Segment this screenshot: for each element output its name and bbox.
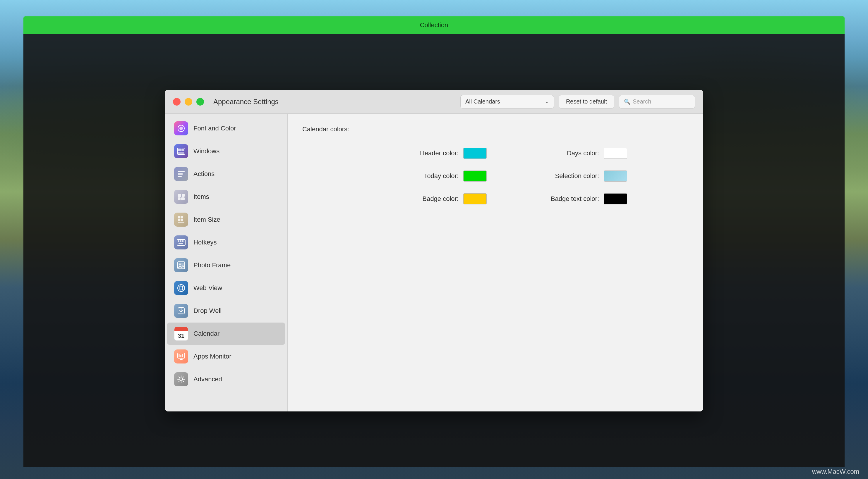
- svg-rect-15: [178, 219, 180, 221]
- svg-rect-11: [178, 197, 181, 200]
- svg-rect-4: [181, 148, 184, 151]
- drop-well-icon: [174, 304, 188, 318]
- svg-rect-12: [181, 197, 185, 200]
- calendar-icon-header: [175, 327, 188, 331]
- sidebar-item-photo-frame[interactable]: Photo Frame: [167, 254, 285, 276]
- header-color-row: Header color:: [364, 148, 487, 159]
- web-view-icon: [174, 281, 188, 295]
- svg-rect-6: [178, 171, 185, 172]
- chevron-down-icon: ⌄: [545, 99, 549, 104]
- svg-rect-18: [180, 222, 184, 223]
- sidebar-label-items: Items: [193, 193, 209, 201]
- close-button[interactable]: [173, 98, 181, 106]
- days-color-row: Days color:: [504, 148, 627, 159]
- window-title: Appearance Settings: [213, 98, 279, 106]
- svg-point-26: [179, 264, 181, 265]
- sidebar-item-web-view[interactable]: Web View: [167, 277, 285, 299]
- selection-color-row: Selection color:: [504, 170, 627, 181]
- header-color-swatch[interactable]: [463, 148, 487, 159]
- dropdown-value: All Calendars: [465, 98, 500, 105]
- sidebar-label-advanced: Advanced: [193, 375, 222, 383]
- badge-text-color-row: Badge text color:: [504, 193, 627, 204]
- sidebar-label-hotkeys: Hotkeys: [193, 239, 217, 246]
- title-bar-right: All Calendars ⌄ Reset to default 🔍 Searc…: [460, 95, 695, 108]
- calendar-icon-body: 31: [175, 331, 188, 340]
- calendar-dropdown[interactable]: All Calendars ⌄: [460, 95, 554, 108]
- photo-frame-icon: [174, 258, 188, 272]
- window-controls: [173, 98, 204, 106]
- sidebar-label-actions: Actions: [193, 170, 215, 178]
- collection-bar: Collection: [23, 16, 845, 34]
- svg-rect-7: [178, 173, 183, 175]
- selection-color-swatch[interactable]: [604, 170, 627, 181]
- sidebar-item-hotkeys[interactable]: Hotkeys: [167, 231, 285, 253]
- svg-rect-21: [180, 240, 181, 242]
- title-bar: Appearance Settings All Calendars ⌄ Rese…: [165, 90, 703, 114]
- sidebar-label-photo-frame: Photo Frame: [193, 262, 230, 269]
- svg-rect-9: [178, 194, 181, 197]
- badge-text-color-swatch[interactable]: [604, 193, 627, 204]
- sidebar-label-item-size: Item Size: [193, 216, 220, 224]
- svg-rect-22: [182, 240, 184, 242]
- header-color-label: Header color:: [420, 149, 459, 157]
- sidebar-item-font-and-color[interactable]: Font and Color: [167, 117, 285, 139]
- sidebar-item-advanced[interactable]: Advanced: [167, 368, 285, 390]
- svg-rect-14: [181, 216, 183, 218]
- badge-color-swatch[interactable]: [463, 193, 487, 204]
- svg-rect-3: [178, 148, 181, 151]
- today-color-row: Today color:: [364, 170, 487, 181]
- sidebar-label-drop-well: Drop Well: [193, 307, 221, 315]
- svg-rect-5: [178, 152, 184, 154]
- badge-color-row: Badge color:: [364, 193, 487, 204]
- sidebar-item-item-size[interactable]: Item Size: [167, 208, 285, 231]
- minimize-button[interactable]: [185, 98, 192, 106]
- svg-rect-37: [182, 354, 183, 357]
- apps-monitor-icon: [174, 349, 188, 364]
- svg-rect-8: [178, 176, 182, 177]
- search-icon: 🔍: [624, 99, 630, 105]
- days-color-swatch[interactable]: [604, 148, 627, 159]
- svg-rect-10: [182, 194, 185, 197]
- watermark: www.MacW.com: [812, 468, 859, 476]
- sidebar-label-font-and-color: Font and Color: [193, 125, 236, 132]
- sidebar-item-calendar[interactable]: 31 Calendar: [167, 322, 285, 345]
- selection-color-label: Selection color:: [555, 172, 599, 180]
- actions-icon: [174, 167, 188, 181]
- sidebar-label-apps-monitor: Apps Monitor: [193, 353, 231, 360]
- svg-rect-17: [178, 222, 180, 223]
- content-area: Calendar colors: Header color: Days colo…: [288, 114, 703, 411]
- days-color-label: Days color:: [567, 149, 599, 157]
- reset-default-button[interactable]: Reset to default: [559, 95, 614, 108]
- today-color-label: Today color:: [424, 172, 459, 180]
- badge-color-label: Badge color:: [422, 195, 459, 203]
- sidebar-item-windows[interactable]: Windows: [167, 140, 285, 162]
- today-color-swatch[interactable]: [463, 170, 487, 181]
- sidebar-item-drop-well[interactable]: Drop Well: [167, 300, 285, 322]
- badge-text-color-label: Badge text color:: [551, 195, 599, 203]
- sidebar-item-actions[interactable]: Actions: [167, 163, 285, 185]
- svg-rect-36: [180, 355, 181, 357]
- svg-point-1: [179, 127, 183, 130]
- svg-rect-16: [181, 219, 183, 221]
- hotkeys-icon: [174, 235, 188, 249]
- svg-rect-35: [179, 354, 180, 357]
- svg-point-40: [180, 378, 183, 381]
- svg-rect-20: [178, 240, 179, 242]
- main-content: Font and Color Windows: [165, 114, 703, 411]
- sidebar-item-apps-monitor[interactable]: Apps Monitor: [167, 345, 285, 368]
- sidebar-label-windows: Windows: [193, 147, 219, 155]
- collection-title: Collection: [420, 21, 448, 29]
- svg-rect-13: [178, 216, 180, 218]
- dark-container: Appearance Settings All Calendars ⌄ Rese…: [23, 34, 845, 467]
- sidebar-label-calendar: Calendar: [193, 330, 219, 338]
- item-size-icon: [174, 213, 188, 227]
- section-title: Calendar colors:: [302, 126, 689, 133]
- search-box[interactable]: 🔍 Search: [619, 95, 695, 108]
- sidebar-label-web-view: Web View: [193, 284, 222, 292]
- sidebar-item-items[interactable]: Items: [167, 186, 285, 208]
- color-grid: Header color: Days color: Today color:: [364, 148, 627, 204]
- sidebar: Font and Color Windows: [165, 114, 288, 411]
- maximize-button[interactable]: [196, 98, 204, 106]
- advanced-icon: [174, 372, 188, 386]
- search-placeholder: Search: [633, 98, 651, 105]
